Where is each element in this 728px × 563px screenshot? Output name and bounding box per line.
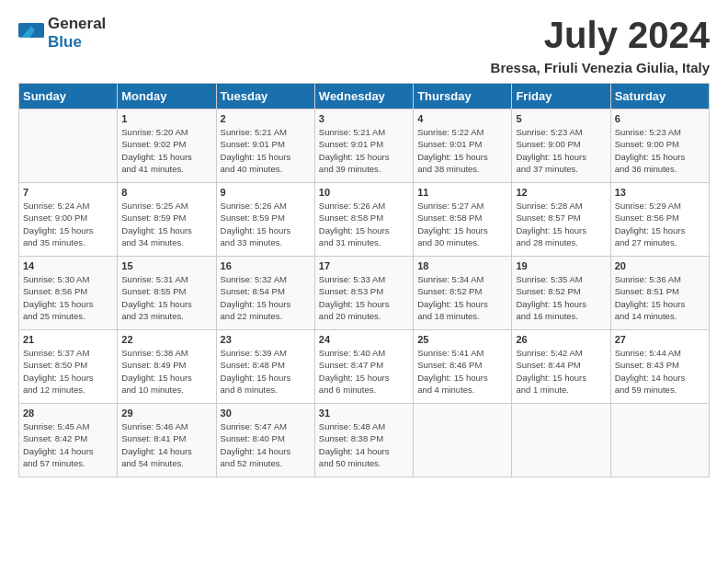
day-info: Sunrise: 5:39 AM Sunset: 8:48 PM Dayligh… xyxy=(221,347,311,396)
day-cell: 24Sunrise: 5:40 AM Sunset: 8:47 PM Dayli… xyxy=(314,330,413,404)
day-cell: 14Sunrise: 5:30 AM Sunset: 8:56 PM Dayli… xyxy=(19,257,118,330)
header-cell-monday: Monday xyxy=(118,84,216,109)
day-cell xyxy=(610,404,709,477)
day-info: Sunrise: 5:23 AM Sunset: 9:00 PM Dayligh… xyxy=(516,126,606,175)
location: Bressa, Friuli Venezia Giulia, Italy xyxy=(18,60,710,75)
day-cell: 12Sunrise: 5:28 AM Sunset: 8:57 PM Dayli… xyxy=(512,183,610,257)
day-number: 1 xyxy=(121,113,211,124)
logo-blue: Blue xyxy=(48,33,82,51)
day-info: Sunrise: 5:25 AM Sunset: 8:59 PM Dayligh… xyxy=(121,200,211,248)
day-number: 17 xyxy=(319,260,409,271)
day-info: Sunrise: 5:38 AM Sunset: 8:49 PM Dayligh… xyxy=(121,347,211,396)
day-number: 19 xyxy=(516,260,606,271)
day-cell: 6Sunrise: 5:23 AM Sunset: 9:00 PM Daylig… xyxy=(610,109,709,183)
day-number: 21 xyxy=(23,334,113,345)
logo-general: General xyxy=(48,15,106,32)
day-cell: 21Sunrise: 5:37 AM Sunset: 8:50 PM Dayli… xyxy=(19,330,118,404)
day-number: 11 xyxy=(417,187,507,198)
title-block: July 2024 xyxy=(544,15,710,56)
day-cell: 27Sunrise: 5:44 AM Sunset: 8:43 PM Dayli… xyxy=(610,330,709,404)
day-info: Sunrise: 5:40 AM Sunset: 8:47 PM Dayligh… xyxy=(319,347,409,396)
calendar-table: SundayMondayTuesdayWednesdayThursdayFrid… xyxy=(18,83,710,477)
day-number: 25 xyxy=(417,334,507,345)
day-number: 10 xyxy=(319,187,409,198)
day-info: Sunrise: 5:33 AM Sunset: 8:53 PM Dayligh… xyxy=(319,273,409,322)
day-cell: 23Sunrise: 5:39 AM Sunset: 8:48 PM Dayli… xyxy=(216,330,314,404)
day-number: 23 xyxy=(221,334,311,345)
day-number: 4 xyxy=(417,113,507,124)
day-cell: 13Sunrise: 5:29 AM Sunset: 8:56 PM Dayli… xyxy=(610,183,709,257)
day-number: 20 xyxy=(615,260,705,271)
logo-icon xyxy=(18,23,44,43)
day-number: 28 xyxy=(23,408,113,419)
day-info: Sunrise: 5:42 AM Sunset: 8:44 PM Dayligh… xyxy=(516,347,606,396)
day-info: Sunrise: 5:44 AM Sunset: 8:43 PM Dayligh… xyxy=(615,347,705,396)
day-number: 16 xyxy=(221,260,311,271)
day-cell xyxy=(512,404,610,477)
day-cell xyxy=(414,404,512,477)
day-number: 18 xyxy=(417,260,507,271)
header-cell-friday: Friday xyxy=(512,84,610,109)
header-cell-thursday: Thursday xyxy=(414,84,512,109)
day-number: 8 xyxy=(121,187,211,198)
day-cell: 28Sunrise: 5:45 AM Sunset: 8:42 PM Dayli… xyxy=(19,404,118,477)
day-number: 31 xyxy=(319,408,409,419)
week-row-3: 14Sunrise: 5:30 AM Sunset: 8:56 PM Dayli… xyxy=(19,257,710,330)
day-cell: 1Sunrise: 5:20 AM Sunset: 9:02 PM Daylig… xyxy=(118,109,216,183)
day-info: Sunrise: 5:20 AM Sunset: 9:02 PM Dayligh… xyxy=(121,126,211,175)
day-info: Sunrise: 5:21 AM Sunset: 9:01 PM Dayligh… xyxy=(319,126,409,175)
day-info: Sunrise: 5:37 AM Sunset: 8:50 PM Dayligh… xyxy=(23,347,113,396)
logo-text: General Blue xyxy=(48,15,106,52)
day-cell: 10Sunrise: 5:26 AM Sunset: 8:58 PM Dayli… xyxy=(314,183,413,257)
day-cell: 8Sunrise: 5:25 AM Sunset: 8:59 PM Daylig… xyxy=(118,183,216,257)
day-info: Sunrise: 5:21 AM Sunset: 9:01 PM Dayligh… xyxy=(221,126,311,175)
day-info: Sunrise: 5:32 AM Sunset: 8:54 PM Dayligh… xyxy=(221,273,311,322)
day-number: 29 xyxy=(121,408,211,419)
day-number: 24 xyxy=(319,334,409,345)
day-info: Sunrise: 5:45 AM Sunset: 8:42 PM Dayligh… xyxy=(23,420,113,469)
day-cell: 15Sunrise: 5:31 AM Sunset: 8:55 PM Dayli… xyxy=(118,257,216,330)
day-cell: 25Sunrise: 5:41 AM Sunset: 8:46 PM Dayli… xyxy=(414,330,512,404)
day-cell: 18Sunrise: 5:34 AM Sunset: 8:52 PM Dayli… xyxy=(414,257,512,330)
day-number: 27 xyxy=(615,334,705,345)
day-cell: 11Sunrise: 5:27 AM Sunset: 8:58 PM Dayli… xyxy=(414,183,512,257)
day-info: Sunrise: 5:26 AM Sunset: 8:59 PM Dayligh… xyxy=(221,200,311,248)
day-cell: 30Sunrise: 5:47 AM Sunset: 8:40 PM Dayli… xyxy=(216,404,314,477)
day-number: 30 xyxy=(221,408,311,419)
day-cell: 26Sunrise: 5:42 AM Sunset: 8:44 PM Dayli… xyxy=(512,330,610,404)
day-cell: 4Sunrise: 5:22 AM Sunset: 9:01 PM Daylig… xyxy=(414,109,512,183)
day-cell: 7Sunrise: 5:24 AM Sunset: 9:00 PM Daylig… xyxy=(19,183,118,257)
day-number: 6 xyxy=(615,113,705,124)
day-cell: 20Sunrise: 5:36 AM Sunset: 8:51 PM Dayli… xyxy=(610,257,709,330)
day-info: Sunrise: 5:26 AM Sunset: 8:58 PM Dayligh… xyxy=(319,200,409,248)
day-cell: 16Sunrise: 5:32 AM Sunset: 8:54 PM Dayli… xyxy=(216,257,314,330)
day-cell: 5Sunrise: 5:23 AM Sunset: 9:00 PM Daylig… xyxy=(512,109,610,183)
day-info: Sunrise: 5:24 AM Sunset: 9:00 PM Dayligh… xyxy=(23,200,113,248)
day-cell: 17Sunrise: 5:33 AM Sunset: 8:53 PM Dayli… xyxy=(314,257,413,330)
page: General Blue July 2024 Bressa, Friuli Ve… xyxy=(0,0,728,492)
day-cell: 3Sunrise: 5:21 AM Sunset: 9:01 PM Daylig… xyxy=(314,109,413,183)
day-cell: 19Sunrise: 5:35 AM Sunset: 8:52 PM Dayli… xyxy=(512,257,610,330)
header-cell-wednesday: Wednesday xyxy=(314,84,413,109)
day-info: Sunrise: 5:22 AM Sunset: 9:01 PM Dayligh… xyxy=(417,126,507,175)
day-info: Sunrise: 5:30 AM Sunset: 8:56 PM Dayligh… xyxy=(23,273,113,322)
day-number: 15 xyxy=(121,260,211,271)
day-number: 13 xyxy=(615,187,705,198)
day-cell: 22Sunrise: 5:38 AM Sunset: 8:49 PM Dayli… xyxy=(118,330,216,404)
day-info: Sunrise: 5:41 AM Sunset: 8:46 PM Dayligh… xyxy=(417,347,507,396)
header: General Blue July 2024 xyxy=(18,15,710,56)
week-row-4: 21Sunrise: 5:37 AM Sunset: 8:50 PM Dayli… xyxy=(19,330,710,404)
day-info: Sunrise: 5:28 AM Sunset: 8:57 PM Dayligh… xyxy=(516,200,606,248)
day-info: Sunrise: 5:46 AM Sunset: 8:41 PM Dayligh… xyxy=(121,420,211,469)
day-info: Sunrise: 5:47 AM Sunset: 8:40 PM Dayligh… xyxy=(221,420,311,469)
day-number: 12 xyxy=(516,187,606,198)
week-row-5: 28Sunrise: 5:45 AM Sunset: 8:42 PM Dayli… xyxy=(19,404,710,477)
day-info: Sunrise: 5:27 AM Sunset: 8:58 PM Dayligh… xyxy=(417,200,507,248)
day-number: 26 xyxy=(516,334,606,345)
day-number: 3 xyxy=(319,113,409,124)
day-info: Sunrise: 5:35 AM Sunset: 8:52 PM Dayligh… xyxy=(516,273,606,322)
day-info: Sunrise: 5:36 AM Sunset: 8:51 PM Dayligh… xyxy=(615,273,705,322)
day-number: 7 xyxy=(23,187,113,198)
day-number: 2 xyxy=(221,113,311,124)
day-number: 9 xyxy=(221,187,311,198)
